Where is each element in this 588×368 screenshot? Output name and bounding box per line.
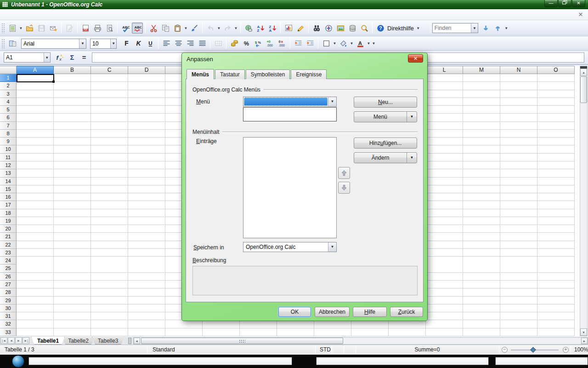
- row-header-12[interactable]: 12: [0, 161, 17, 169]
- help-button[interactable]: Hilfe: [353, 307, 387, 317]
- paste-button[interactable]: [172, 23, 183, 34]
- first-sheet-icon[interactable]: |◄: [0, 337, 7, 344]
- sort-ascending-button[interactable]: AZ: [255, 23, 266, 34]
- row-header-6[interactable]: 6: [0, 114, 17, 121]
- row-header-11[interactable]: 11: [0, 154, 17, 161]
- entries-listbox[interactable]: [243, 137, 337, 238]
- font-color-button[interactable]: A: [355, 38, 366, 49]
- minimize-button[interactable]: —: [544, 0, 558, 7]
- export-pdf-button[interactable]: PDF: [80, 23, 91, 34]
- equals-icon[interactable]: =: [78, 52, 90, 63]
- percent-button[interactable]: %: [241, 38, 252, 49]
- row-header-2[interactable]: 2: [0, 82, 17, 90]
- fill-handle[interactable]: [52, 80, 55, 83]
- previous-sheet-icon[interactable]: ◄: [8, 337, 15, 344]
- align-left-button[interactable]: [161, 38, 172, 49]
- modify-dropdown-icon[interactable]: ▼: [407, 153, 417, 163]
- borders-button[interactable]: [321, 38, 332, 49]
- number-format-button[interactable]: $%: [253, 38, 264, 49]
- cut-button[interactable]: [148, 23, 159, 34]
- vertical-scroll-thumb[interactable]: [580, 76, 587, 103]
- column-header-M[interactable]: M: [463, 66, 500, 74]
- sheet-tab-tabelle2[interactable]: Tabelle2: [62, 337, 95, 345]
- find-input[interactable]: [433, 24, 471, 32]
- vertical-scrollbar[interactable]: ▲ ▼: [580, 66, 588, 336]
- undo-dropdown-icon[interactable]: ▼: [216, 23, 221, 34]
- row-header-22[interactable]: 22: [0, 241, 17, 249]
- tab-area-splitter[interactable]: [128, 338, 131, 344]
- increase-indent-button[interactable]: [305, 38, 316, 49]
- zoom-out-icon[interactable]: −: [502, 347, 508, 353]
- font-size-combobox[interactable]: ▼: [90, 39, 117, 49]
- name-box[interactable]: ▼: [4, 52, 51, 63]
- row-header-24[interactable]: 24: [0, 257, 17, 264]
- column-header-D[interactable]: D: [128, 66, 165, 74]
- open-button[interactable]: [24, 23, 35, 34]
- row-header-20[interactable]: 20: [0, 225, 17, 233]
- taskbar-button[interactable]: [28, 357, 292, 365]
- new-document-button[interactable]: [7, 23, 18, 34]
- redo-dropdown-icon[interactable]: ▼: [233, 23, 238, 34]
- close-button[interactable]: ✕: [572, 0, 585, 7]
- row-header-18[interactable]: 18: [0, 209, 17, 217]
- find-combobox[interactable]: ▼: [432, 23, 478, 33]
- cell-cursor[interactable]: [17, 74, 54, 82]
- column-header-L[interactable]: L: [426, 66, 463, 74]
- sort-descending-button[interactable]: ZA: [267, 23, 278, 34]
- dialog-close-button[interactable]: ✕: [408, 54, 423, 63]
- print-button[interactable]: [92, 23, 103, 34]
- font-name-combobox[interactable]: ▼: [21, 39, 86, 49]
- column-header-A[interactable]: A: [17, 66, 54, 74]
- modify-button[interactable]: Ändern ▼: [354, 152, 417, 163]
- scroll-left-icon[interactable]: ◄: [134, 338, 140, 344]
- row-header-10[interactable]: 10: [0, 145, 17, 153]
- decrease-indent-button[interactable]: [293, 38, 304, 49]
- taskbar-button[interactable]: [316, 357, 489, 365]
- zoom-thumb[interactable]: [530, 347, 536, 353]
- align-center-button[interactable]: [173, 38, 184, 49]
- background-color-button[interactable]: [338, 38, 349, 49]
- currency-button[interactable]: [229, 38, 240, 49]
- row-header-25[interactable]: 25: [0, 264, 17, 272]
- tab-symbolleisten[interactable]: Symbolleisten: [246, 69, 290, 79]
- new-document-dropdown-icon[interactable]: ▼: [18, 23, 23, 34]
- tab-ereignisse[interactable]: Ereignisse: [291, 69, 327, 79]
- row-header-33[interactable]: 33: [0, 328, 17, 336]
- row-header-30[interactable]: 30: [0, 305, 17, 312]
- add-decimal-button[interactable]: +0.000: [265, 38, 276, 49]
- menu-combobox[interactable]: ▼: [243, 97, 337, 107]
- row-header-15[interactable]: 15: [0, 185, 17, 193]
- sum-display[interactable]: Summe=0: [358, 346, 496, 353]
- page-style[interactable]: Standard: [153, 346, 175, 353]
- tab-tastatur[interactable]: Tastatur: [215, 69, 245, 79]
- bold-button[interactable]: F: [121, 38, 132, 49]
- row-header-19[interactable]: 19: [0, 217, 17, 225]
- new-menu-button[interactable]: Neu...: [354, 97, 417, 108]
- row-header-9[interactable]: 9: [0, 138, 17, 145]
- font-size-input[interactable]: [90, 40, 110, 48]
- menu-actions-button[interactable]: Menü ▼: [354, 111, 417, 122]
- row-header-31[interactable]: 31: [0, 312, 17, 320]
- close-document-icon[interactable]: ✕: [577, 11, 584, 18]
- row-header-14[interactable]: 14: [0, 178, 17, 185]
- column-header-B[interactable]: B: [54, 66, 91, 74]
- auto-spellcheck-button[interactable]: ABC: [132, 23, 143, 34]
- horizontal-scroll-thumb[interactable]: [141, 338, 343, 344]
- zoom-slider[interactable]: − +: [502, 347, 569, 353]
- column-header-C[interactable]: C: [91, 66, 128, 74]
- delete-decimal-button[interactable]: 0×.000: [277, 38, 288, 49]
- function-wizard-icon[interactable]: fx: [54, 52, 66, 63]
- menu-dropdown-list[interactable]: [243, 107, 337, 121]
- row-header-21[interactable]: 21: [0, 233, 17, 241]
- underline-button[interactable]: U: [145, 38, 156, 49]
- toolbar-overflow-button[interactable]: ▼: [416, 23, 421, 34]
- font-size-dropdown-icon[interactable]: ▼: [110, 39, 116, 48]
- find-dropdown-icon[interactable]: ▼: [471, 23, 477, 33]
- horizontal-scrollbar[interactable]: ◄ ►: [133, 337, 588, 345]
- ok-button[interactable]: OK: [278, 307, 311, 317]
- row-header-26[interactable]: 26: [0, 273, 17, 281]
- paste-dropdown-icon[interactable]: ▼: [183, 23, 188, 34]
- justify-button[interactable]: [197, 38, 208, 49]
- borders-dropdown-icon[interactable]: ▼: [332, 38, 337, 49]
- sheet-tab-tabelle3[interactable]: Tabelle3: [92, 337, 124, 345]
